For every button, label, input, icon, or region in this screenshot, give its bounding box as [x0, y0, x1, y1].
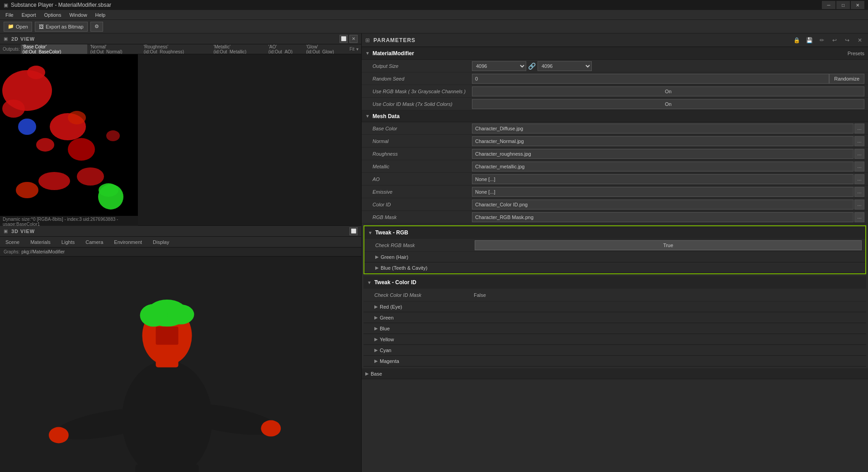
- color-id-input[interactable]: [472, 200, 854, 210]
- params-save-button[interactable]: 💾: [805, 36, 814, 45]
- tweak-rgb-header[interactable]: ▼ Tweak - RGB: [364, 226, 865, 239]
- nav-lights[interactable]: Lights: [60, 238, 76, 246]
- output-ao[interactable]: 'AO' (id:Out_AO): [267, 44, 303, 54]
- minimize-button[interactable]: ─: [822, 1, 835, 9]
- close-button[interactable]: ✕: [851, 1, 864, 9]
- output-size-label: Output Size: [373, 63, 472, 69]
- view3d: ▣ 3D VIEW ⬜ Scene Materials Lights Camer…: [0, 226, 361, 472]
- rgb-mask-browse[interactable]: …: [854, 212, 864, 222]
- nav-scene[interactable]: Scene: [4, 238, 21, 246]
- roughness-input[interactable]: [472, 149, 854, 159]
- graphs-label: Graphs:: [4, 249, 20, 254]
- base-color-input[interactable]: [472, 124, 854, 133]
- ao-browse[interactable]: …: [854, 174, 864, 184]
- color-id-file: …: [472, 200, 864, 210]
- color-id-browse[interactable]: …: [854, 200, 864, 210]
- base-section[interactable]: ▶ Base: [362, 368, 868, 379]
- menu-export[interactable]: Export: [18, 11, 40, 19]
- check-rgb-mask-value: True: [475, 240, 862, 250]
- menu-file[interactable]: File: [2, 11, 17, 19]
- menubar: File Export Options Window Help: [0, 10, 868, 20]
- menu-help[interactable]: Help: [92, 11, 109, 19]
- metallic-file: …: [472, 162, 864, 172]
- randomize-button[interactable]: Randomize: [829, 74, 864, 84]
- use-rgb-mask-btn[interactable]: On: [472, 86, 864, 96]
- red-eye-section[interactable]: ▶ Red (Eye): [363, 301, 866, 312]
- nav-camera[interactable]: Camera: [84, 238, 105, 246]
- params-undo-button[interactable]: ↩: [830, 36, 839, 45]
- mesh-color-id-value: …: [472, 200, 864, 210]
- blue-teeth-section[interactable]: ▶ Blue (Teeth & Cavity): [364, 262, 865, 273]
- output-size-inputs: 4096 2048 1024 🔗 4096 2048 1024: [472, 61, 864, 71]
- check-rgb-mask-true-btn[interactable]: True: [475, 240, 862, 250]
- mesh-base-color-label: Base Color: [373, 126, 472, 131]
- open-button[interactable]: 📁 Open: [4, 22, 32, 32]
- base-color-browse[interactable]: …: [854, 124, 864, 133]
- use-color-id-row: Use Color ID Mask (7x Solid Colors) On: [362, 98, 868, 110]
- use-color-id-btn[interactable]: On: [472, 99, 864, 109]
- params-lock-button[interactable]: 🔒: [792, 36, 801, 45]
- graphs-bar: Graphs: pkg://MaterialModifier: [0, 248, 361, 257]
- view2d-close-button[interactable]: ✕: [349, 35, 358, 43]
- nav-display[interactable]: Display: [151, 238, 171, 246]
- params-icon: ⊞: [365, 37, 370, 43]
- output-glow[interactable]: 'Glow' (id:Out_Glow): [304, 44, 349, 54]
- blue-section[interactable]: ▶ Blue: [363, 323, 866, 334]
- roughness-browse[interactable]: …: [854, 149, 864, 159]
- ao-input[interactable]: [472, 174, 854, 184]
- outputs-bar: Outputs: 'Base Color' (id:Out_BaseColor)…: [0, 44, 361, 54]
- mesh-ao-value: …: [472, 174, 864, 184]
- magenta-section[interactable]: ▶ Magenta: [363, 356, 866, 367]
- view2d-expand-button[interactable]: ⬜: [340, 35, 348, 43]
- mesh-data-section[interactable]: ▼ Mesh Data: [362, 110, 868, 122]
- tweak-colorid-header[interactable]: ▼ Tweak - Color ID: [363, 276, 866, 289]
- presets-button[interactable]: Presets: [848, 51, 864, 56]
- green-hair-section[interactable]: ▶ Green (Hair): [364, 252, 865, 262]
- metallic-input[interactable]: [472, 162, 854, 172]
- params-edit-button[interactable]: ✏: [817, 36, 826, 45]
- output-roughness[interactable]: 'Roughness' (id:Out_Roughness): [142, 44, 211, 54]
- normal-input[interactable]: [472, 136, 854, 146]
- view3d-canvas[interactable]: [0, 257, 361, 472]
- output-size-select-1[interactable]: 4096 2048 1024: [472, 61, 526, 71]
- svg-rect-27: [156, 327, 179, 345]
- mesh-color-id-label: Color ID: [373, 202, 472, 207]
- maximize-button[interactable]: □: [836, 1, 850, 9]
- output-basecolor[interactable]: 'Base Color' (id:Out_BaseColor): [21, 44, 88, 54]
- check-color-id-value: False: [474, 292, 863, 298]
- yellow-section[interactable]: ▶ Yellow: [363, 334, 866, 345]
- menu-window[interactable]: Window: [66, 11, 90, 19]
- random-seed-input[interactable]: [472, 74, 829, 84]
- canvas-2d[interactable]: Dynamic size:^0 [RGBA-8bits] - index:3 u…: [0, 54, 138, 226]
- view3d-expand-button[interactable]: ⬜: [349, 227, 358, 235]
- output-normal[interactable]: 'Normal' (id:Out_Normal): [88, 44, 141, 54]
- menu-options[interactable]: Options: [41, 11, 65, 19]
- settings-button[interactable]: ⚙: [90, 22, 103, 32]
- svg-point-2: [27, 66, 45, 79]
- mesh-base-color-row: Base Color …: [362, 122, 868, 135]
- svg-point-25: [140, 304, 167, 327]
- emissive-input[interactable]: [472, 187, 854, 197]
- rgb-mask-input[interactable]: [472, 212, 854, 222]
- fit-dropdown[interactable]: ▾: [356, 47, 359, 52]
- params-header: ⊞ PARAMETERS 🔒 💾 ✏ ↩ ↪ ✕: [362, 33, 868, 47]
- nav-environment[interactable]: Environment: [112, 238, 144, 246]
- cyan-section[interactable]: ▶ Cyan: [363, 345, 866, 356]
- nav-materials[interactable]: Materials: [28, 238, 52, 246]
- output-metallic[interactable]: 'Metallic' (id:Out_Metallic): [212, 44, 266, 54]
- export-bitmap-button[interactable]: 🖼 Export as Bitmap: [35, 22, 88, 32]
- titlebar-left: ▣ Substance Player - MaterialModifier.sb…: [4, 2, 111, 8]
- metallic-browse[interactable]: …: [854, 162, 864, 172]
- params-close-button[interactable]: ✕: [855, 36, 864, 45]
- green-hair-chevron: ▶: [375, 254, 379, 259]
- material-modifier-section[interactable]: ▼ MaterialModifier Presets: [362, 47, 868, 60]
- params-redo-button[interactable]: ↪: [843, 36, 852, 45]
- normal-browse[interactable]: …: [854, 136, 864, 146]
- green-section[interactable]: ▶ Green: [363, 312, 866, 323]
- svg-rect-28: [136, 464, 163, 472]
- check-rgb-mask-label: Check RGB Mask: [375, 243, 475, 248]
- emissive-browse[interactable]: …: [854, 187, 864, 197]
- use-rgb-mask-row: Use RGB Mask ( 3x Grayscale Channels ) O…: [362, 85, 868, 98]
- output-size-select-2[interactable]: 4096 2048 1024: [538, 61, 592, 71]
- mesh-roughness-row: Roughness …: [362, 148, 868, 160]
